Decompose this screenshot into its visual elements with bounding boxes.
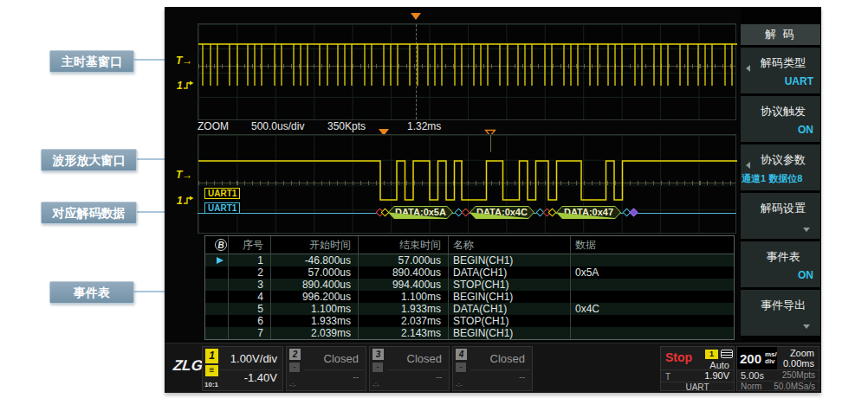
zoom-info-bar: ZOOM 500.0us/div 350Kpts 1.32ms (198, 120, 736, 133)
cell (205, 279, 229, 291)
menu-item-2[interactable]: 协议参数通道1 数据位8 (741, 144, 820, 190)
column-header-0: B (205, 236, 229, 254)
cell (205, 303, 229, 315)
main-trigger-level-marker[interactable]: T→ (176, 55, 191, 66)
decode-bubble-text: DATA:0x47 (557, 207, 620, 218)
channel-state: Closed (324, 352, 359, 365)
zoom-scale: 500.0us/div (251, 120, 304, 133)
table-row[interactable]: 51.100ms1.933msDATA(CH1)0x4C (205, 303, 734, 315)
timebase-scale: 200 ms/ div (737, 347, 777, 369)
zoom-trigger-level-marker[interactable]: T→ (176, 170, 191, 180)
trigger-block[interactable]: Stop 1 Auto T 1.90V UART (660, 346, 735, 391)
chevron-down-icon (803, 228, 810, 232)
probe-attenuation: 10:1 (204, 381, 218, 388)
cell (205, 291, 229, 303)
cell: 890.400us (271, 279, 359, 291)
trigger-source-badge: 1 (705, 350, 718, 359)
sample-rate: 50.0MSa/s (774, 382, 815, 392)
cell (205, 315, 229, 327)
cell: 57.000us (271, 266, 359, 279)
channel-state: Closed (490, 352, 525, 365)
zoom-value: 0.00ms (783, 358, 814, 369)
channel-badge: 2 (289, 349, 301, 360)
cell: DATA(CH1) (449, 303, 571, 315)
menu-item-3[interactable]: 解码设置 (741, 193, 820, 239)
cell: BEGIN(CH1) (449, 327, 571, 339)
menu-item-label: 协议触发 (749, 104, 817, 119)
cell: 57.000us (359, 254, 449, 266)
menu-item-5[interactable]: 事件导出 (741, 290, 820, 336)
column-header-4: 名称 (449, 236, 571, 254)
cell: STOP(CH1) (449, 315, 571, 327)
event-table: B序号开始时间结束时间名称数据1-46.800us57.000usBEGIN(C… (204, 235, 735, 340)
timebase-number: 200 (740, 351, 761, 366)
channel-badge: 3 (372, 349, 384, 360)
cell (571, 327, 734, 339)
zoom-ch1-position-marker[interactable]: 1 (177, 196, 194, 206)
channel1-block[interactable]: 1 ≡ 10:1 1.00V/div -1.40V (202, 346, 283, 391)
zoom-label: Zoom (790, 348, 814, 358)
channel4-block[interactable]: 4-Closed---:- (452, 346, 533, 391)
decode-marker-red-icon (462, 209, 470, 217)
menu-item-label: 事件表 (749, 249, 817, 265)
menu-item-0[interactable]: 解码类型UART (741, 48, 820, 93)
page: 主时基窗口波形放大窗口对应解码数据事件表 T→ 1 ZOOM 500.0us/d… (0, 0, 868, 398)
column-header-2: 开始时间 (271, 236, 359, 254)
cell: 1.100ms (359, 291, 449, 303)
cell (571, 291, 734, 303)
chevron-down-icon (803, 324, 810, 329)
main-ch1-position-marker[interactable]: 1 (177, 80, 194, 91)
trigger-type-icon (721, 350, 733, 358)
cell: 4 (229, 291, 271, 303)
cell: STOP(CH1) (449, 279, 571, 291)
cell: 994.400us (359, 279, 449, 291)
channel-value-placeholder: -- (436, 372, 442, 382)
column-header-1: 序号 (229, 236, 271, 254)
table-row[interactable]: 3890.400us994.400usSTOP(CH1) (205, 279, 734, 291)
timebase-block[interactable]: 200 ms/ div Zoom 0.00ms 5.00s 250Mpts No… (736, 346, 819, 391)
callout-label-3: 事件表 (49, 281, 134, 304)
cell: 1.933ms (271, 315, 359, 327)
decode-result-row: DATA:0x5ADATA:0x4CDATA:0x47 (198, 206, 736, 221)
rising-edge-icon (183, 80, 194, 90)
decode-marker-yellow-icon (548, 209, 557, 217)
channel3-block[interactable]: 3-Closed---:- (369, 346, 450, 391)
table-row[interactable]: 257.000us890.400usDATA(CH1)0x5A (205, 266, 734, 279)
cell: 2.039ms (271, 327, 359, 339)
cell: 7 (229, 327, 271, 339)
selected-row-arrow-icon (217, 257, 223, 264)
coupling-off-icon: - (456, 363, 466, 372)
channel2-block[interactable]: 2-Closed---:- (286, 346, 366, 391)
trigger-position-icon[interactable] (410, 12, 422, 21)
trigger-bus: UART (661, 382, 734, 392)
bus-icon: B (215, 239, 227, 251)
timebase-unit-bottom: div (765, 357, 775, 365)
table-row[interactable]: 72.039ms2.143msBEGIN(CH1) (205, 327, 734, 339)
main-timebase-window (198, 23, 736, 120)
coupling-off-icon: - (372, 363, 383, 372)
table-row[interactable]: 1-46.800us57.000usBEGIN(CH1) (205, 254, 734, 266)
menu-item-subvalue: 通道1 数据位8 (742, 172, 820, 185)
menu-item-label: 事件导出 (749, 298, 817, 313)
trigger-level: 1.90V (704, 370, 729, 382)
main-waveform (198, 24, 737, 121)
column-header-5: 数据 (571, 236, 734, 254)
menu-item-label: 解码设置 (749, 201, 817, 216)
cell: 1.100ms (271, 303, 359, 315)
menu-item-4[interactable]: 事件表ON (741, 241, 820, 287)
cell: 1.933ms (359, 303, 449, 315)
menu-item-label: 协议参数 (749, 152, 817, 168)
callout-label-1: 波形放大窗口 (41, 149, 137, 171)
table-row[interactable]: 4996.200us1.100msBEGIN(CH1) (205, 291, 734, 303)
channel1-badge: 1 (205, 349, 218, 363)
run-state: Stop (665, 350, 692, 364)
menu-item-1[interactable]: 协议触发ON (741, 96, 820, 142)
cell (205, 266, 229, 279)
channel-value-placeholder: -- (353, 372, 359, 382)
cell (205, 327, 229, 339)
decode-bubble-0: DATA:0x5A (388, 206, 453, 219)
menu-title: 解 码 (741, 24, 820, 45)
cell: -46.800us (271, 254, 359, 266)
table-row[interactable]: 61.933ms2.037msSTOP(CH1) (205, 315, 734, 327)
acquire-mode: Norm (741, 382, 761, 392)
